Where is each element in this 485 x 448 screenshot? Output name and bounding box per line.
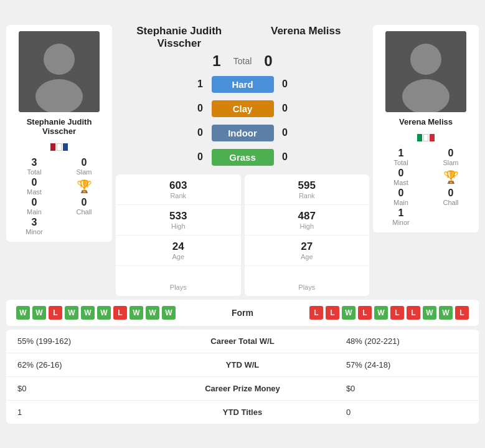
hard-left: 1: [194, 79, 207, 90]
left-age-row: 24 Age: [116, 236, 241, 266]
surface-row-grass: 0 Grass 0: [116, 149, 369, 166]
right-flag: [417, 134, 435, 141]
surfaces-area: 1 Hard 0 0 Clay 0 0 Indoor 0 0 Grass: [116, 76, 369, 169]
form-badge-w: W: [129, 306, 143, 320]
right-plays-row: Plays: [245, 266, 370, 296]
hard-badge: Hard: [212, 76, 274, 93]
trophy-icon: 🏆: [77, 179, 92, 194]
svg-point-4: [410, 44, 441, 75]
right-player-card: Verena Meliss 1 Total 0 Slam 0 Ma: [373, 25, 479, 232]
form-section: WWLWWWLWWW Form LLWLWLLWWL: [6, 300, 479, 326]
trophy-icon: 🏆: [443, 169, 459, 184]
left-main-stat: 0 Main: [12, 197, 56, 216]
left-slam-stat: 0 Slam: [62, 157, 106, 176]
flag-stripe: [417, 134, 422, 141]
clay-badge: Clay: [212, 100, 274, 117]
form-badge-w: W: [16, 306, 30, 320]
names-row: Stephanie Judith Visscher Verena Meliss: [116, 25, 369, 50]
form-badge-l: L: [326, 306, 339, 320]
stat-label: Career Total W/L: [150, 330, 335, 353]
flag-stripe: [423, 134, 428, 141]
stat-left: 55% (199-162): [6, 330, 150, 353]
stat-left: $0: [6, 376, 150, 400]
table-row: $0 Career Prize Money $0: [6, 376, 479, 400]
stat-right: $0: [335, 376, 479, 400]
form-badge-l: L: [113, 306, 127, 320]
form-badge-w: W: [342, 306, 356, 320]
form-badge-w: W: [423, 306, 436, 320]
left-chall-stat: 0 Chall: [62, 197, 106, 216]
stat-right: 48% (202-221): [335, 330, 479, 353]
stat-label: YTD W/L: [150, 353, 335, 376]
stat-label: YTD Titles: [150, 400, 335, 424]
right-slam-stat: 0 Slam: [429, 148, 473, 166]
surface-row-clay: 0 Clay 0: [116, 100, 369, 117]
total-left: 1: [212, 52, 220, 70]
form-label: Form: [176, 308, 309, 318]
svg-point-1: [44, 44, 75, 75]
form-badge-w: W: [65, 306, 78, 320]
right-name-header: Verena Meliss: [243, 25, 370, 50]
left-high-row: 533 High: [116, 205, 241, 236]
right-stats-grid: 1 Total 0 Slam 0 Mast 🏆 0 Main: [379, 148, 473, 226]
left-data-panel: 603 Rank 533 High 24 Age Plays: [116, 174, 241, 296]
right-mast-stat: 0 Mast: [379, 168, 423, 186]
total-label: Total: [233, 56, 252, 66]
stats-table: 55% (199-162) Career Total W/L 48% (202-…: [6, 330, 479, 424]
stat-left: 62% (26-16): [6, 353, 150, 376]
right-chall-stat: 0 Chall: [429, 188, 473, 206]
right-rank-row: 595 Rank: [245, 174, 370, 205]
table-row: 55% (199-162) Career Total W/L 48% (202-…: [6, 330, 479, 353]
left-name-header: Stephanie Judith Visscher: [116, 25, 243, 50]
form-badge-l: L: [455, 306, 469, 320]
top-row: Stephanie Judith Visscher 3 Total 0 Slam…: [6, 25, 479, 296]
trophy-icon-center: 🏆: [62, 177, 106, 196]
form-badge-w: W: [97, 306, 111, 320]
indoor-badge: Indoor: [212, 125, 274, 141]
form-badge-w: W: [162, 306, 176, 320]
form-badge-w: W: [439, 306, 453, 320]
left-player-photo: [19, 31, 100, 112]
form-badge-w: W: [146, 306, 159, 320]
form-badge-l: L: [407, 306, 420, 320]
form-badge-l: L: [390, 306, 404, 320]
form-badge-l: L: [309, 306, 323, 320]
surface-row-indoor: 0 Indoor 0: [116, 125, 369, 141]
right-high-row: 487 High: [245, 205, 370, 236]
right-form: LLWLWLLWWL: [309, 306, 469, 320]
flag-stripe: [57, 143, 62, 151]
left-flag: [50, 143, 68, 151]
left-stats-grid: 3 Total 0 Slam 0 Mast 🏆 0 Main: [12, 157, 106, 236]
grass-left: 0: [194, 151, 207, 163]
right-age-row: 27 Age: [245, 236, 370, 266]
right-total-stat: 1 Total: [379, 148, 423, 166]
left-form: WWLWWWLWWW: [16, 306, 176, 320]
surface-row-hard: 1 Hard 0: [116, 76, 369, 93]
stat-label: Career Prize Money: [150, 376, 335, 400]
center-col: Stephanie Judith Visscher Verena Meliss …: [116, 25, 369, 296]
form-badge-l: L: [358, 306, 372, 320]
left-total-stat: 3 Total: [12, 157, 56, 176]
totals-row: 1 Total 0: [212, 52, 272, 70]
left-player-card: Stephanie Judith Visscher 3 Total 0 Slam…: [6, 25, 112, 242]
left-minor-stat: 3 Minor: [12, 217, 56, 236]
form-badge-l: L: [49, 306, 62, 320]
table-row: 62% (26-16) YTD W/L 57% (24-18): [6, 353, 479, 376]
left-rank-row: 603 Rank: [116, 174, 241, 205]
right-player-name: Verena Meliss: [399, 117, 453, 126]
flag-stripe: [430, 134, 435, 141]
left-mast-stat: 0 Mast: [12, 177, 56, 196]
stat-right: 57% (24-18): [335, 353, 479, 376]
left-player-name: Stephanie Judith Visscher: [12, 117, 106, 136]
clay-right: 0: [279, 103, 291, 114]
flag-stripe: [63, 143, 68, 151]
right-trophy: 🏆: [429, 168, 473, 186]
right-main-stat: 0 Main: [379, 188, 423, 206]
indoor-left: 0: [194, 127, 207, 138]
stat-right: 0: [335, 400, 479, 424]
grass-right: 0: [279, 151, 291, 163]
stat-left: 1: [6, 400, 150, 424]
clay-left: 0: [194, 103, 207, 114]
right-player-photo: [385, 31, 466, 112]
right-data-panel: 595 Rank 487 High 27 Age Plays: [245, 174, 370, 296]
